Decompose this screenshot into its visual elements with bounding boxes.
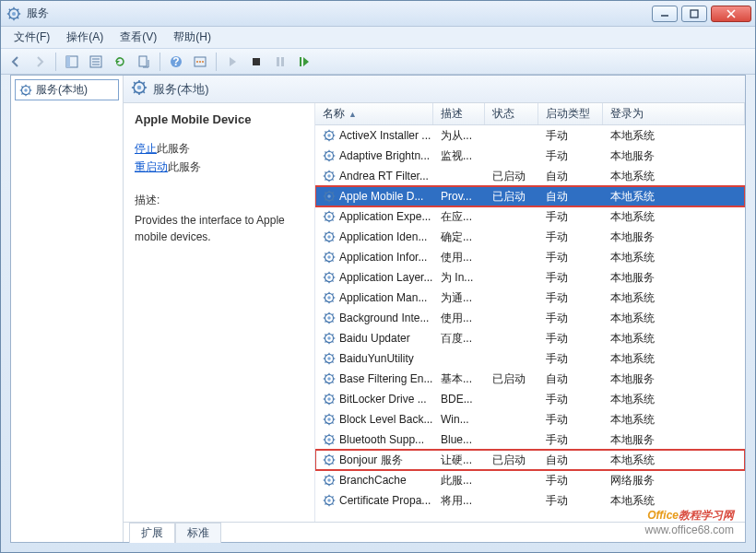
- toolbar-button[interactable]: [189, 52, 211, 72]
- service-row[interactable]: Background Inte...使用...手动本地系统: [315, 308, 745, 328]
- service-row[interactable]: Application Infor...使用...手动本地系统: [315, 247, 745, 267]
- cell-logon: 网络服务: [603, 473, 745, 488]
- cell-name: Certificate Propa...: [315, 494, 433, 507]
- cell-startup: 手动: [538, 392, 603, 407]
- restart-link[interactable]: 重启动: [135, 160, 168, 173]
- tree-root-services[interactable]: 服务(本地): [15, 79, 119, 100]
- right-pane: 服务(本地) Apple Mobile Device 停止此服务 重启动此服务 …: [124, 76, 745, 542]
- service-row[interactable]: BitLocker Drive ...BDE...手动本地系统: [315, 389, 745, 409]
- left-tree-pane[interactable]: 服务(本地): [11, 76, 124, 542]
- pause-service-button[interactable]: [269, 52, 291, 72]
- tab-extended[interactable]: 扩展: [129, 523, 175, 543]
- menu-bar: 文件(F) 操作(A) 查看(V) 帮助(H): [1, 27, 755, 49]
- menu-file[interactable]: 文件(F): [6, 28, 57, 47]
- toolbar: ?: [1, 49, 755, 75]
- service-row[interactable]: Apple Mobile D...Prov...已启动自动本地系统: [315, 186, 745, 206]
- cell-desc: 使用...: [433, 250, 485, 265]
- col-header-logon[interactable]: 登录为: [603, 103, 745, 124]
- service-row[interactable]: BranchCache此服...手动网络服务: [315, 470, 745, 490]
- cell-name: Baidu Updater: [315, 332, 433, 345]
- properties-button[interactable]: [85, 52, 107, 72]
- col-header-status[interactable]: 状态: [485, 103, 538, 124]
- close-button[interactable]: [711, 6, 751, 22]
- cell-logon: 本地服务: [603, 270, 745, 286]
- desc-text: Provides the interface to Apple mobile d…: [135, 212, 303, 245]
- cell-startup: 自动: [538, 169, 603, 184]
- cell-desc: 监视...: [433, 148, 485, 164]
- stop-link[interactable]: 停止: [135, 142, 157, 155]
- help-button[interactable]: ?: [165, 52, 187, 72]
- menu-help[interactable]: 帮助(H): [166, 28, 219, 47]
- cell-name: ActiveX Installer ...: [315, 129, 433, 142]
- cell-startup: 手动: [538, 351, 603, 367]
- minimize-button[interactable]: [652, 6, 678, 22]
- tab-standard[interactable]: 标准: [175, 523, 221, 543]
- service-row[interactable]: Application Layer...为 In...手动本地服务: [315, 267, 745, 288]
- restart-service-button[interactable]: [293, 52, 315, 72]
- cell-name: Base Filtering En...: [315, 372, 433, 385]
- service-row[interactable]: Adaptive Brightn...监视...手动本地服务: [315, 146, 745, 166]
- cell-logon: 本地系统: [603, 189, 745, 205]
- service-row[interactable]: BaiduYunUtility手动本地系统: [315, 348, 745, 369]
- cell-logon: 本地服务: [603, 371, 745, 387]
- show-hide-tree-button[interactable]: [61, 52, 83, 72]
- toolbar-separator: [55, 53, 56, 71]
- nav-forward-button[interactable]: [29, 52, 51, 72]
- service-row[interactable]: Certificate Propa...将用...手动本地系统: [315, 490, 745, 511]
- refresh-button[interactable]: [109, 52, 131, 72]
- cell-desc: 为通...: [433, 290, 485, 306]
- detail-heading: Apple Mobile Device: [135, 112, 303, 126]
- cell-logon: 本地系统: [603, 128, 745, 144]
- service-row[interactable]: Bluetooth Supp...Blue...手动本地服务: [315, 429, 745, 450]
- col-header-desc[interactable]: 描述: [433, 103, 485, 124]
- cell-logon: 本地系统: [603, 209, 745, 225]
- service-row[interactable]: Base Filtering En...基本...已启动自动本地服务: [315, 369, 745, 389]
- maximize-button[interactable]: [681, 6, 707, 22]
- cell-startup: 手动: [538, 493, 603, 509]
- service-row[interactable]: Block Level Back...Win...手动本地系统: [315, 409, 745, 429]
- cell-name: Application Man...: [315, 291, 433, 304]
- service-row[interactable]: ActiveX Installer ...为从...手动本地系统: [315, 125, 745, 146]
- cell-desc: 基本...: [433, 371, 485, 387]
- cell-desc: BDE...: [433, 393, 485, 406]
- col-header-startup[interactable]: 启动类型: [538, 103, 603, 124]
- service-row[interactable]: Application Man...为通...手动本地系统: [315, 288, 745, 308]
- cell-startup: 手动: [538, 229, 603, 245]
- cell-name: Block Level Back...: [315, 413, 433, 426]
- cell-logon: 本地系统: [603, 351, 745, 367]
- menu-action[interactable]: 操作(A): [59, 28, 111, 47]
- service-row[interactable]: Application Expe...在应...手动本地系统: [315, 206, 745, 227]
- start-service-button[interactable]: [221, 52, 243, 72]
- cell-startup: 手动: [538, 331, 603, 347]
- service-rows[interactable]: ActiveX Installer ...为从...手动本地系统Adaptive…: [315, 125, 745, 522]
- cell-logon: 本地服务: [603, 229, 745, 245]
- service-row[interactable]: Application Iden...确定...手动本地服务: [315, 227, 745, 247]
- svg-rect-15: [66, 56, 70, 67]
- cell-logon: 本地服务: [603, 432, 745, 448]
- right-pane-title: 服务(本地): [153, 81, 209, 98]
- cell-name: Application Layer...: [315, 271, 433, 284]
- title-bar[interactable]: 服务: [1, 1, 755, 27]
- export-button[interactable]: [133, 52, 155, 72]
- cell-logon: 本地系统: [603, 311, 745, 326]
- cell-status: 已启动: [485, 453, 538, 468]
- svg-rect-11: [691, 10, 698, 18]
- nav-back-button[interactable]: [5, 52, 27, 72]
- menu-view[interactable]: 查看(V): [112, 28, 164, 47]
- desc-label: 描述:: [135, 193, 303, 208]
- cell-desc: 让硬...: [433, 453, 485, 468]
- sort-asc-icon: ▲: [348, 110, 357, 119]
- toolbar-separator: [159, 53, 160, 71]
- cell-desc: 在应...: [433, 209, 485, 225]
- service-row[interactable]: Bonjour 服务让硬...已启动自动本地系统: [315, 450, 745, 470]
- cell-name: Application Infor...: [315, 251, 433, 264]
- cell-startup: 手动: [538, 432, 603, 448]
- svg-rect-20: [139, 56, 147, 66]
- service-row[interactable]: Andrea RT Filter...已启动自动本地系统: [315, 166, 745, 186]
- cell-name: Adaptive Brightn...: [315, 149, 433, 162]
- stop-service-button[interactable]: [245, 52, 267, 72]
- col-header-name[interactable]: 名称▲: [315, 103, 433, 124]
- cell-status: 已启动: [485, 189, 538, 205]
- service-row[interactable]: Baidu Updater百度...手动本地系统: [315, 328, 745, 348]
- cell-startup: 自动: [538, 189, 603, 205]
